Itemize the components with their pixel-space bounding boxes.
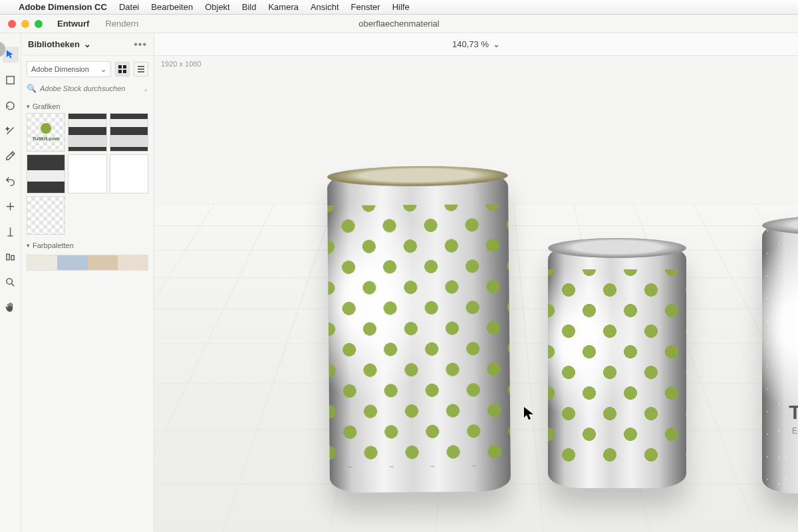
add-tool[interactable] [3,198,19,214]
section-graphics-header[interactable]: Grafiken [27,102,148,110]
app-name[interactable]: Adobe Dimension CC [19,2,107,12]
zoom-dropdown[interactable]: 140,73 % ⌄ [452,39,500,49]
canvas-area: 140,73 % ⌄ 1920 x 1080 TutKit.com [154,33,798,532]
document-title: oberflaechenmaterial [358,19,439,29]
eyedropper-tool[interactable] [3,148,19,164]
asset-thumb[interactable] [27,154,65,193]
list-view-button[interactable] [134,62,148,76]
menu-bild[interactable]: Bild [242,2,257,12]
svg-rect-4 [118,65,122,68]
libraries-title: Bibliotheken [28,39,80,49]
library-select[interactable]: Adobe Dimension ⌄ [27,61,111,77]
brand-text: TutKit.com [762,401,798,424]
stock-search[interactable]: 🔍 ⌄ [27,81,148,96]
viewport[interactable]: 1920 x 1080 TutKit.com E-Learning & digi… [154,56,798,532]
canvas-toolbar: 140,73 % ⌄ [154,33,798,56]
chevron-down-icon: ⌄ [493,39,500,49]
svg-rect-6 [118,70,122,73]
asset-thumb[interactable] [110,113,148,152]
palette-swatches[interactable] [27,255,148,271]
scene-object-can-condensation[interactable]: TutKit.com E-Learning & digitale Assets [762,222,798,493]
anchor-tool[interactable] [3,223,19,239]
magic-wand-tool[interactable] [3,122,19,138]
menu-datei[interactable]: Datei [119,2,139,12]
window-minimize-button[interactable] [21,20,29,28]
align-tool[interactable] [3,249,19,265]
scene-object-can-large[interactable] [327,172,511,493]
svg-rect-0 [7,76,14,83]
graphics-grid: TutKit.com [21,113,154,235]
section-palettes-header[interactable]: Farbpaletten [27,241,148,249]
asset-thumb[interactable] [68,154,106,193]
brand-subtext: E-Learning & digitale Assets [762,426,798,436]
mac-menubar: Adobe Dimension CC Datei Bearbeiten Obje… [0,0,798,15]
hand-tool[interactable] [3,299,19,315]
tab-render[interactable]: Rendern [105,19,138,29]
zoom-value: 140,73 % [452,39,489,49]
asset-thumb[interactable] [27,196,65,235]
svg-rect-5 [123,65,126,68]
canvas-dimensions: 1920 x 1080 [161,60,201,68]
svg-rect-7 [123,70,126,73]
chevron-down-icon: ⌄ [84,39,91,49]
panel-menu-button[interactable]: ••• [134,39,147,51]
zoom-tool[interactable] [3,274,19,290]
area-select-tool[interactable] [3,72,19,88]
svg-point-3 [7,278,12,284]
tab-design[interactable]: Entwurf [57,19,89,29]
asset-thumb[interactable] [110,154,148,193]
window-close-button[interactable] [8,20,16,28]
menu-fenster[interactable]: Fenster [351,2,380,12]
menu-kamera[interactable]: Kamera [268,2,299,12]
menu-hilfe[interactable]: Hilfe [392,2,410,12]
orbit-tool[interactable] [3,97,19,113]
chevron-down-icon: ⌄ [100,65,106,74]
library-select-value: Adobe Dimension [31,65,89,73]
libraries-panel: Bibliotheken ⌄ ••• Adobe Dimension ⌄ 🔍 ⌄… [21,33,154,532]
menu-objekt[interactable]: Objekt [205,2,230,12]
asset-thumb[interactable]: TutKit.com [27,113,65,152]
mode-switcher-bar: Entwurf Rendern oberflaechenmaterial [0,15,798,33]
menu-ansicht[interactable]: Ansicht [311,2,339,12]
cursor-icon [524,407,533,420]
grid-view-button[interactable] [115,62,130,76]
stock-search-input[interactable] [40,84,140,92]
libraries-dropdown[interactable]: Bibliotheken ⌄ [28,39,91,49]
window-controls [0,20,43,28]
window-maximize-button[interactable] [35,20,43,28]
chevron-down-icon: ⌄ [143,85,148,92]
svg-rect-2 [11,255,14,259]
tool-strip: + [0,33,21,532]
svg-rect-1 [7,254,9,260]
scene-object-can-medium[interactable] [548,245,686,488]
menu-bearbeiten[interactable]: Bearbeiten [151,2,193,12]
undo-tool[interactable] [3,173,19,189]
search-icon: 🔍 [27,84,37,93]
asset-thumb[interactable] [68,113,106,152]
